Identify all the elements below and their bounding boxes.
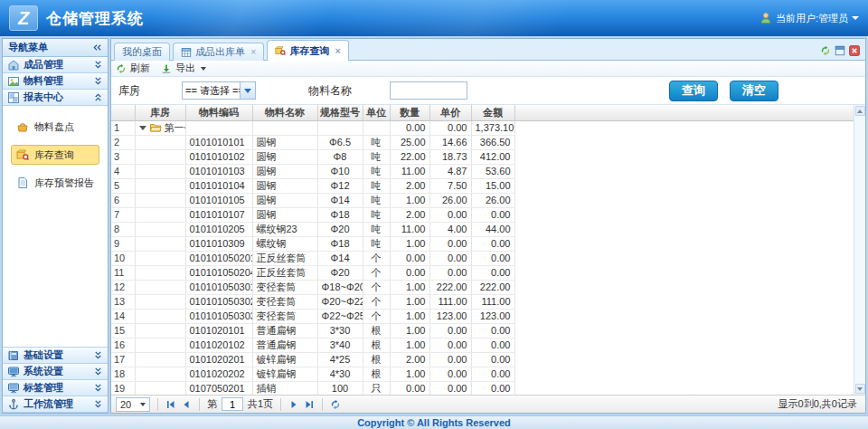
column-header[interactable]: 物料名称 [252, 105, 317, 120]
export-dropdown-icon[interactable] [201, 67, 206, 71]
copyright-text: Copyright © All Rights Reserved [357, 417, 511, 428]
clear-button[interactable]: 清空 [730, 81, 778, 101]
scroll-down-icon[interactable] [855, 384, 865, 394]
table-row[interactable]: 12010101050301变径套筒Φ18~Φ20个1.00222.00222.… [111, 280, 854, 294]
table-row[interactable]: 20101010101圆钢Φ6.5吨25.0014.66366.50 [111, 135, 854, 149]
prev-page-icon[interactable] [181, 399, 192, 410]
table-row[interactable]: 1第一仓库0.000.001,373.10 [111, 120, 854, 135]
column-header[interactable]: 规格型号 [317, 105, 363, 120]
tab[interactable]: 成品出库单× [173, 43, 264, 61]
report-icon [7, 91, 20, 104]
table-row[interactable]: 190107050201插销100只0.000.000.00 [111, 381, 854, 395]
cell-warehouse [135, 367, 185, 381]
cell-material-code: 0101010103 [185, 164, 252, 178]
next-page-icon[interactable] [288, 399, 299, 410]
combo-arrow-icon[interactable] [240, 82, 255, 99]
row-number: 18 [111, 367, 135, 381]
cell-quantity: 0.00 [390, 265, 429, 280]
cell-spec: Φ18 [317, 207, 363, 222]
warehouse-select[interactable]: == 请选择 == [182, 81, 256, 100]
table-row[interactable]: 90101010309螺纹钢Φ18吨1.000.000.00 [111, 236, 854, 251]
table-row[interactable]: 14010101050303变径套筒Φ22~Φ25个1.00123.00123.… [111, 309, 854, 323]
column-header[interactable]: 数量 [390, 105, 429, 120]
tab-active[interactable]: 库存查询× [267, 40, 348, 61]
cell-warehouse [135, 294, 185, 309]
sidebar-group-header[interactable]: 物料管理 [3, 73, 108, 90]
last-page-icon[interactable] [304, 399, 315, 410]
anchor-icon [7, 398, 20, 411]
column-header[interactable]: 单价 [429, 105, 471, 120]
panel-refresh-icon[interactable] [820, 45, 831, 56]
sidebar-item-selected[interactable]: 库存查询 [11, 145, 99, 165]
cell-unit-price: 0.00 [429, 236, 471, 251]
table-row[interactable]: 150101020101普通扁钢3*30根1.000.000.00 [111, 323, 854, 338]
table-row[interactable]: 50101010104圆钢Φ12吨2.007.5015.00 [111, 178, 854, 193]
column-header[interactable]: 单位 [363, 105, 390, 120]
table-row[interactable]: 40101010103圆钢Φ10吨11.004.8753.60 [111, 164, 854, 178]
sidebar-group-header[interactable]: 系统设置 [3, 364, 108, 380]
table-row[interactable]: 30101010102圆钢Φ8吨22.0018.73412.00 [111, 149, 854, 164]
cell-unit: 吨 [363, 222, 390, 236]
grid-scrollbar[interactable] [854, 105, 865, 395]
column-header-filler [514, 105, 854, 120]
chevron-down-icon[interactable] [93, 60, 103, 70]
export-button[interactable]: 导出 [161, 62, 206, 75]
material-name-input[interactable] [390, 81, 467, 100]
document-icon [16, 176, 29, 189]
sidebar-group-header[interactable]: 成品管理 [3, 57, 108, 73]
scroll-up-icon[interactable] [855, 106, 865, 116]
first-page-icon[interactable] [165, 399, 176, 410]
column-header[interactable]: 库房 [135, 105, 185, 120]
query-button[interactable]: 查询 [669, 81, 718, 101]
cell-amount: 0.00 [471, 236, 514, 251]
cell-filler [514, 135, 854, 149]
table-row[interactable]: 170101020201镀锌扁钢4*25根2.000.000.00 [111, 352, 854, 367]
row-number: 8 [111, 222, 135, 236]
sidebar-group-header[interactable]: 基础设置 [3, 348, 108, 364]
table-row[interactable]: 11010101050204正反丝套筒Φ20个0.000.000.00 [111, 265, 854, 280]
chevron-down-icon[interactable] [93, 383, 103, 393]
column-header[interactable]: 金额 [471, 105, 514, 120]
reload-grid-icon[interactable] [330, 399, 341, 410]
cell-unit: 根 [363, 352, 390, 367]
sidebar-title: 导航菜单 [8, 41, 48, 54]
chevron-up-icon[interactable] [93, 92, 103, 102]
sidebar-group-header[interactable]: 工作流管理 [3, 396, 108, 413]
table-row[interactable]: 60101010105圆钢Φ14吨1.0026.0026.00 [111, 193, 854, 207]
table-row[interactable]: 13010101050302变径套筒Φ20~Φ22个1.00111.00111.… [111, 294, 854, 309]
collapse-sidebar-icon[interactable] [92, 43, 102, 52]
cell-amount: 15.00 [471, 178, 514, 193]
chevron-down-icon[interactable] [93, 367, 103, 377]
user-menu[interactable]: 当前用户:管理员 [760, 12, 859, 25]
cell-material-code: 010101050301 [185, 280, 252, 294]
sidebar-item-link[interactable]: 物料盘点 [11, 117, 99, 137]
sidebar-group-header[interactable]: 标签管理 [3, 380, 108, 396]
tab-close-icon[interactable]: × [250, 47, 256, 57]
close-icon[interactable] [849, 45, 860, 56]
cell-amount: 0.00 [471, 352, 514, 367]
table-row[interactable]: 180101020202镀锌扁钢4*30根1.000.000.00 [111, 367, 854, 381]
tab-close-icon[interactable]: × [335, 46, 340, 56]
page-number-input[interactable] [222, 397, 243, 411]
sidebar-item-link[interactable]: 库存预警报告 [11, 173, 99, 193]
tree-expand-icon[interactable] [139, 126, 146, 130]
sidebar-group-header[interactable]: 报表中心 [3, 90, 108, 106]
chevron-down-icon[interactable] [93, 350, 103, 360]
cell-material-name: 圆钢 [252, 135, 317, 149]
folder-open-icon [149, 121, 162, 134]
table-row[interactable]: 160101020102普通扁钢3*40根1.000.000.00 [111, 338, 854, 352]
chevron-down-icon[interactable] [93, 399, 103, 409]
tab[interactable]: 我的桌面 [114, 43, 170, 61]
maximize-icon[interactable] [835, 45, 845, 56]
chevron-down-icon[interactable] [93, 76, 103, 86]
table-row[interactable]: 10010101050201正反丝套筒Φ14个0.000.000.00 [111, 251, 854, 265]
table-row[interactable]: 80101010205螺纹钢23Φ20吨11.004.0044.00 [111, 222, 854, 236]
cell-material-code: 0101020102 [185, 338, 252, 352]
column-header[interactable]: 物料编码 [185, 105, 252, 120]
page-size-select[interactable]: 20 [116, 397, 150, 412]
table-header-row: 库房物料编码物料名称规格型号单位数量单价金额 [111, 105, 854, 120]
cell-warehouse [135, 352, 185, 367]
table-row[interactable]: 70101010107圆钢Φ18吨2.000.000.00 [111, 207, 854, 222]
sidebar-item-label: 物料盘点 [34, 120, 74, 134]
refresh-button[interactable]: 刷新 [116, 62, 150, 75]
